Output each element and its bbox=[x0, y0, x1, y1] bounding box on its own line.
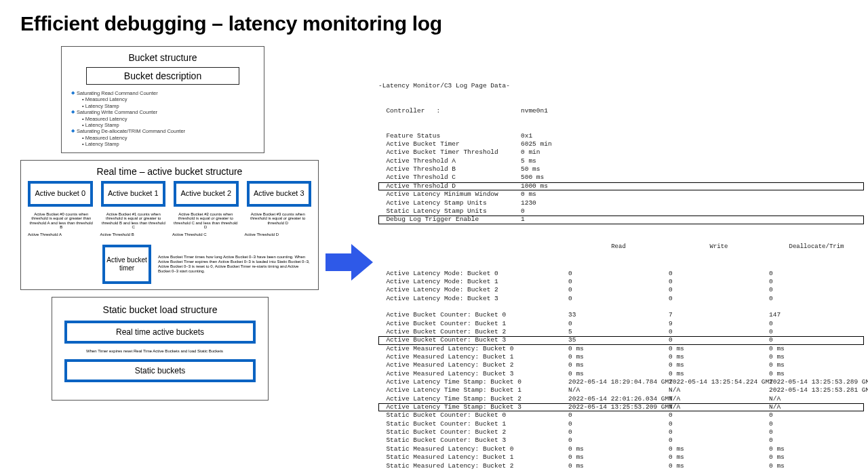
realtime-active-buckets-box: Real time active buckets bbox=[64, 321, 256, 344]
threshold-label-3: Active Threshold D bbox=[245, 232, 312, 237]
log-data-row: Static Measured Latency: Bucket 00 ms0 m… bbox=[378, 445, 864, 453]
bucket-desc-2: Active Bucket #2 counts when threshold i… bbox=[172, 212, 239, 230]
log-data-row: Static Bucket Counter: Bucket 3000 bbox=[378, 436, 864, 445]
log-data-row: Active Bucket Counter: Bucket 0337147 bbox=[378, 311, 864, 319]
log-data-row: Active Latency Mode: Bucket 0000 bbox=[378, 270, 864, 278]
log-data-row: Active Measured Latency: Bucket 20 ms0 m… bbox=[378, 361, 864, 369]
bucket-description-box: Bucket description bbox=[86, 67, 239, 85]
log-data-row: Static Bucket Counter: Bucket 2000 bbox=[378, 428, 864, 436]
realtime-active-panel: Real time – active bucket structure Acti… bbox=[20, 160, 319, 290]
svg-marker-0 bbox=[326, 244, 373, 281]
panel1-title: Bucket structure bbox=[68, 52, 257, 63]
log-kv-row: Active Threshold B50 ms bbox=[378, 165, 864, 173]
threshold-label-1: Active Threshold B bbox=[100, 232, 167, 237]
log-data-row: Active Latency Mode: Bucket 1000 bbox=[378, 278, 864, 286]
log-output: -Latency Monitor/C3 Log Page Data- Contr… bbox=[378, 65, 864, 471]
active-bucket-2: Active bucket 2 bbox=[174, 181, 239, 206]
log-data-row: Active Bucket Counter: Bucket 2500 bbox=[378, 328, 864, 336]
log-data-row: Static Bucket Counter: Bucket 1000 bbox=[378, 420, 864, 428]
panel2-title: Real time – active bucket structure bbox=[28, 166, 311, 177]
log-data-row: Active Latency Mode: Bucket 2000 bbox=[378, 286, 864, 294]
bucket-structure-panel: Bucket structure Bucket description ◆Sat… bbox=[61, 46, 264, 153]
log-kv-row: Static Latency Stamp Units0 bbox=[378, 207, 864, 216]
log-data-row: Active Latency Time Stamp: Bucket 1N/AN/… bbox=[378, 386, 864, 394]
log-kv-row: Debug Log Trigger Enable1 bbox=[378, 216, 864, 224]
active-bucket-timer-box: Active bucket timer bbox=[102, 245, 151, 284]
bucket-desc-1: Active Bucket #1 counts when threshold i… bbox=[100, 212, 167, 230]
log-data-row: Active Measured Latency: Bucket 30 ms0 m… bbox=[378, 370, 864, 378]
log-data-row: Static Measured Latency: Bucket 10 ms0 m… bbox=[378, 453, 864, 462]
desc-item: ◆Saturating De-allocate/TRIM Command Cou… bbox=[71, 128, 254, 134]
log-data-row: Active Latency Time Stamp: Bucket 32022-… bbox=[378, 403, 864, 411]
bucket-desc-0: Active Bucket #0 counts when threshold i… bbox=[28, 212, 95, 230]
desc-sub: • Latency Stamp bbox=[82, 141, 254, 147]
log-kv-row: Active Threshold C500 ms bbox=[378, 173, 864, 182]
active-bucket-0: Active bucket 0 bbox=[28, 181, 93, 206]
log-data-row: Active Bucket Counter: Bucket 33500 bbox=[378, 336, 864, 344]
active-bucket-1: Active bucket 1 bbox=[101, 181, 166, 206]
desc-sub: • Latency Stamp bbox=[82, 122, 254, 128]
active-bucket-descs: Active Bucket #0 counts when threshold i… bbox=[28, 212, 311, 230]
bucket-description-list: ◆Saturating Read Command Counter• Measur… bbox=[68, 90, 257, 147]
static-buckets-box: Static buckets bbox=[64, 359, 256, 382]
log-data-row: Active Latency Time Stamp: Bucket 02022-… bbox=[378, 378, 864, 386]
log-kv-row: Feature Status0x1 bbox=[378, 132, 864, 140]
log-data-row: Active Latency Time Stamp: Bucket 22022-… bbox=[378, 395, 864, 403]
static-bucket-panel: Static bucket load structure Real time a… bbox=[52, 297, 269, 401]
log-kv-row: Active Threshold D1000 ms bbox=[378, 182, 864, 190]
log-data-row: Static Measured Latency: Bucket 20 ms0 m… bbox=[378, 462, 864, 470]
desc-sub: • Measured Latency bbox=[82, 96, 254, 102]
threshold-label-0: Active Threshold A bbox=[28, 232, 95, 237]
log-data-row: Static Bucket Counter: Bucket 0000 bbox=[378, 411, 864, 419]
desc-item: ◆Saturating Read Command Counter bbox=[71, 90, 254, 96]
arrow-icon bbox=[326, 243, 374, 285]
active-bucket-3: Active bucket 3 bbox=[247, 181, 312, 206]
log-data-row: Active Measured Latency: Bucket 00 ms0 m… bbox=[378, 345, 864, 353]
log-kv-row: Active Bucket Timer Threshold0 min bbox=[378, 148, 864, 157]
log-data-row: Active Measured Latency: Bucket 10 ms0 m… bbox=[378, 353, 864, 361]
page-title: Efficient debugging – latency monitoring… bbox=[0, 0, 868, 35]
panel3-title: Static bucket load structure bbox=[60, 304, 260, 315]
log-kv-row: Active Latency Minimum Window0 ms bbox=[378, 190, 864, 199]
log-kv-row: Active Bucket Timer6025 min bbox=[378, 140, 864, 148]
log-kv-row: Active Latency Stamp Units1230 bbox=[378, 199, 864, 207]
log-columns: Read Write Deallocate/Trim bbox=[378, 243, 864, 251]
desc-sub: • Latency Stamp bbox=[82, 103, 254, 109]
log-header: -Latency Monitor/C3 Log Page Data- bbox=[378, 82, 864, 90]
log-data-row: Active Bucket Counter: Bucket 1090 bbox=[378, 320, 864, 328]
bucket-desc-3: Active Bucket #3 counts when threshold i… bbox=[245, 212, 312, 230]
desc-sub: • Measured Latency bbox=[82, 135, 254, 141]
desc-item: ◆Saturating Write Command Counter bbox=[71, 109, 254, 115]
threshold-label-2: Active Threshold C bbox=[172, 232, 239, 237]
timer-description: Active Bucket Timer times how long Activ… bbox=[158, 255, 311, 274]
log-kv-row: Active Threshold A5 ms bbox=[378, 157, 864, 165]
log-data-row: Active Latency Mode: Bucket 3000 bbox=[378, 295, 864, 303]
thresholds-row: Active Threshold AActive Threshold BActi… bbox=[28, 232, 311, 237]
active-buckets-row: Active bucket 0Active bucket 1Active buc… bbox=[28, 181, 311, 206]
panel3-desc: When Timer expires reset Real Time Activ… bbox=[86, 349, 260, 354]
desc-sub: • Measured Latency bbox=[82, 116, 254, 122]
